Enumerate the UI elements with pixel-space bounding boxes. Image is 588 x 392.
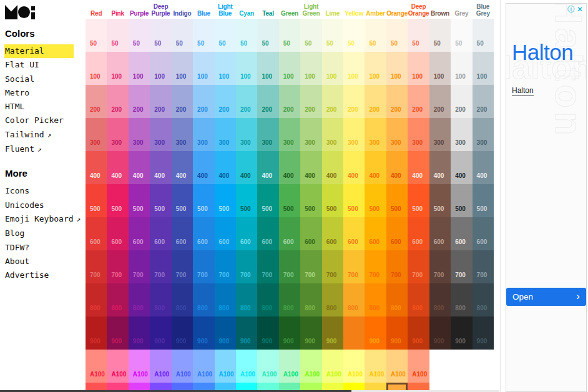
color-cell-light-blue-900[interactable]: 900	[215, 316, 236, 350]
color-cell-lime-600[interactable]: 600	[322, 217, 343, 250]
color-cell-teal-100[interactable]: 100	[257, 52, 278, 85]
color-cell-lime-200[interactable]: 200	[322, 85, 343, 118]
color-cell-deep-orange-200[interactable]: 200	[408, 85, 429, 118]
color-cell-blue-grey-200[interactable]: 200	[473, 85, 494, 118]
color-cell-deep-orange-900[interactable]: 900	[408, 316, 429, 350]
color-cell-deep-orange-400[interactable]: 400	[408, 151, 429, 184]
color-cell-green-200[interactable]: 200	[279, 85, 300, 118]
color-cell-cyan-300[interactable]: 300	[236, 118, 257, 151]
color-cell-blue-500[interactable]: 500	[193, 184, 214, 217]
color-cell-amber-300[interactable]: 300	[365, 118, 386, 151]
color-cell-lime-300[interactable]: 300	[322, 118, 343, 151]
sidebar-item-material[interactable]: Material	[5, 44, 86, 58]
color-cell-brown-400[interactable]: 400	[429, 151, 451, 184]
color-cell-light-blue-100[interactable]: 100	[215, 52, 236, 85]
color-cell-pink-500[interactable]: 500	[107, 184, 128, 217]
sidebar-item-html[interactable]: HTML	[5, 100, 86, 114]
color-cell-green-100[interactable]: 100	[279, 52, 300, 85]
color-cell-blue-800[interactable]: 800	[193, 283, 214, 316]
ad-advertiser-link[interactable]: Halton	[512, 86, 534, 96]
color-cell-orange-500[interactable]: 500	[386, 184, 408, 217]
color-cell-deep-purple-200[interactable]: 200	[150, 85, 171, 118]
color-cell-brown-700[interactable]: 700	[429, 250, 451, 283]
color-cell-red-50[interactable]: 50	[86, 19, 107, 52]
color-cell-indigo-200[interactable]: 200	[172, 85, 193, 118]
color-cell-indigo-100[interactable]: 100	[172, 52, 193, 85]
color-cell-orange-800[interactable]: 800	[386, 283, 408, 316]
color-cell-light-green-200[interactable]: 200	[300, 85, 321, 118]
color-cell-teal-700[interactable]: 700	[257, 250, 278, 283]
color-cell-grey-700[interactable]: 700	[451, 250, 472, 283]
color-cell-teal-400[interactable]: 400	[257, 151, 278, 184]
color-cell-blue-grey-900[interactable]: 900	[473, 316, 494, 350]
color-cell-lime-a100[interactable]: A100	[322, 350, 343, 383]
color-cell-deep-purple-50[interactable]: 50	[150, 19, 171, 52]
color-cell-yellow-500[interactable]: 500	[343, 184, 365, 217]
column-header-yellow[interactable]: Yellow	[343, 0, 365, 19]
sidebar-item-metro[interactable]: Metro	[5, 86, 86, 100]
color-cell-pink-700[interactable]: 700	[107, 250, 128, 283]
color-cell-blue-grey-300[interactable]: 300	[473, 118, 494, 151]
color-cell-deep-purple-800[interactable]: 800	[150, 283, 171, 316]
column-header-indigo[interactable]: Indigo	[172, 0, 193, 19]
color-cell-teal-200[interactable]: 200	[257, 85, 278, 118]
color-cell-orange-600[interactable]: 600	[386, 217, 408, 250]
color-cell-deep-purple-500[interactable]: 500	[150, 184, 171, 217]
color-cell-green-50[interactable]: 50	[279, 19, 300, 52]
color-cell-pink-900[interactable]: 900	[107, 316, 128, 350]
color-cell-blue-50[interactable]: 50	[193, 19, 214, 52]
column-header-pink[interactable]: Pink	[107, 0, 128, 19]
color-cell-yellow-800[interactable]: 800	[343, 283, 365, 316]
color-cell-brown-800[interactable]: 800	[429, 283, 451, 316]
color-cell-blue-400[interactable]: 400	[193, 151, 214, 184]
color-cell-light-green-700[interactable]: 700	[300, 250, 321, 283]
color-cell-indigo-600[interactable]: 600	[172, 217, 193, 250]
materialui-logo[interactable]	[5, 5, 35, 19]
color-cell-light-blue-50[interactable]: 50	[215, 19, 236, 52]
sidebar-item-blog[interactable]: Blog	[5, 227, 86, 240]
ad-info-icon[interactable]: ⓘ	[567, 6, 575, 13]
color-cell-blue-a100[interactable]: A100	[193, 350, 214, 383]
color-cell-amber-800[interactable]: 800	[365, 283, 386, 316]
color-cell-purple-600[interactable]: 600	[129, 217, 150, 250]
color-cell-blue-700[interactable]: 700	[193, 250, 214, 283]
column-header-light-green[interactable]: Light Green	[300, 0, 321, 19]
color-cell-cyan-500[interactable]: 500	[236, 184, 257, 217]
color-cell-indigo-900[interactable]: 900	[172, 316, 193, 350]
color-cell-lime-400[interactable]: 400	[322, 151, 343, 184]
color-cell-deep-orange-600[interactable]: 600	[408, 217, 429, 250]
color-cell-deep-orange-100[interactable]: 100	[408, 52, 429, 85]
color-cell-amber-900[interactable]: 900	[365, 316, 386, 350]
color-cell-deep-purple-300[interactable]: 300	[150, 118, 171, 151]
color-cell-deep-orange-300[interactable]: 300	[408, 118, 429, 151]
color-cell-amber-200[interactable]: 200	[365, 85, 386, 118]
column-header-teal[interactable]: Teal	[257, 0, 278, 19]
color-cell-pink-50[interactable]: 50	[107, 19, 128, 52]
color-cell-deep-orange-50[interactable]: 50	[408, 19, 429, 52]
color-cell-yellow-300[interactable]: 300	[343, 118, 365, 151]
sidebar-item-icons[interactable]: Icons	[5, 184, 86, 198]
color-cell-light-blue-600[interactable]: 600	[215, 217, 236, 250]
color-cell-purple-800[interactable]: 800	[129, 283, 150, 316]
color-cell-red-800[interactable]: 800	[86, 283, 107, 316]
color-cell-orange-a100[interactable]: A100	[386, 350, 408, 383]
color-cell-deep-purple-600[interactable]: 600	[150, 217, 171, 250]
color-cell-pink-400[interactable]: 400	[107, 151, 128, 184]
color-cell-blue-grey-50[interactable]: 50	[473, 19, 494, 52]
color-cell-pink-600[interactable]: 600	[107, 217, 128, 250]
color-cell-indigo-a100[interactable]: A100	[172, 350, 193, 383]
sidebar-item-about[interactable]: About	[5, 255, 86, 268]
column-header-green[interactable]: Green	[279, 0, 300, 19]
color-cell-brown-900[interactable]: 900	[429, 316, 451, 350]
sidebar-item-tdfw[interactable]: TDFW?	[5, 241, 86, 255]
color-cell-indigo-800[interactable]: 800	[172, 283, 193, 316]
ad-close-icon[interactable]: ✕	[577, 6, 583, 13]
color-cell-deep-purple-900[interactable]: 900	[150, 316, 171, 350]
color-cell-orange-400[interactable]: 400	[386, 151, 408, 184]
color-cell-blue-grey-100[interactable]: 100	[473, 52, 494, 85]
color-cell-grey-100[interactable]: 100	[451, 52, 472, 85]
color-cell-purple-700[interactable]: 700	[129, 250, 150, 283]
column-header-red[interactable]: Red	[86, 0, 107, 19]
sidebar-item-color-picker[interactable]: Color Picker	[5, 114, 86, 127]
color-cell-green-800[interactable]: 800	[279, 283, 300, 316]
